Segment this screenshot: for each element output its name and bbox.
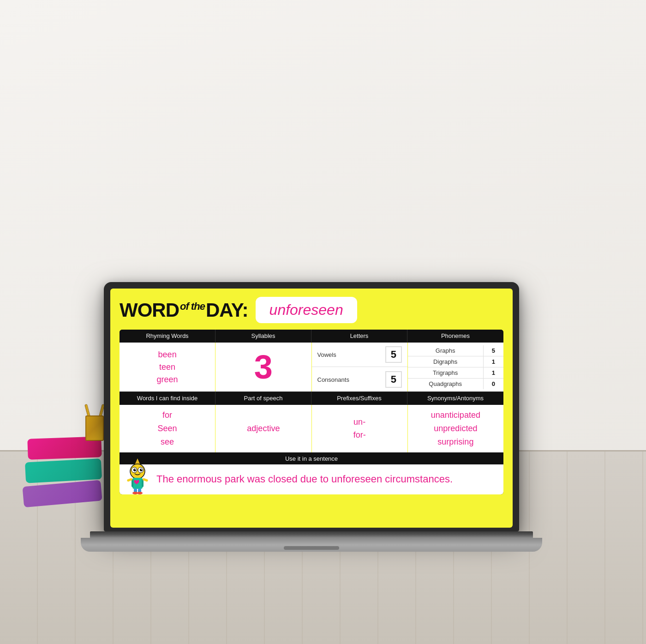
part-of-speech-text: adjective xyxy=(247,422,280,435)
grid-row1-headers: Rhyming Words Syllables Letters Phonemes xyxy=(120,330,503,342)
svg-point-15 xyxy=(137,492,143,494)
wotd-title: WORDof theDAY: xyxy=(120,301,248,320)
grid-row1-content: beenteengreen 3 Vowels xyxy=(120,342,503,391)
phoneme-row-quadgraphs: Quadgraphs 0 xyxy=(408,378,503,389)
header-syllables: Syllables xyxy=(215,330,311,342)
phoneme-digraphs-value: 1 xyxy=(483,356,503,367)
pencil-cases-stack xyxy=(28,438,106,506)
header-part-of-speech: Part of speech xyxy=(215,392,311,404)
sentence-section-header: Use it in a sentence xyxy=(120,453,503,464)
words-inside-text: forSeensee xyxy=(158,409,177,448)
phoneme-trigraphs-value: 1 xyxy=(483,367,503,378)
header-words-inside: Words I can find inside xyxy=(120,392,215,404)
laptop-screen-outer: WORDof theDAY: unforeseen Rhyming Words … xyxy=(104,282,519,531)
sentence-label: Use it in a sentence xyxy=(285,455,338,462)
word-of-day-text: unforeseen xyxy=(269,301,343,318)
binder-clip xyxy=(83,404,106,441)
laptop-screen: WORDof theDAY: unforeseen Rhyming Words … xyxy=(110,289,513,528)
phoneme-graphs-label: Graphs xyxy=(408,345,483,356)
cell-synonyms-antonyms: unanticipatedunpredictedsurprising xyxy=(408,405,503,452)
laptop-hinge xyxy=(90,531,533,538)
phoneme-row-trigraphs: Trigraphs 1 xyxy=(408,367,503,378)
phoneme-quadgraphs-label: Quadgraphs xyxy=(408,378,483,389)
title-day-part: DAY: xyxy=(206,299,248,321)
syllables-number: 3 xyxy=(254,350,273,384)
word-of-day-box: unforeseen xyxy=(256,297,357,323)
letters-breakdown: Vowels 5 Consonants 5 xyxy=(312,343,407,391)
grid-row2-content: forSeensee adjective un-for- xyxy=(120,404,503,452)
phoneme-row-digraphs: Digraphs 1 xyxy=(408,356,503,367)
wotd-header: WORDof theDAY: unforeseen xyxy=(120,297,503,323)
vowels-row: Vowels 5 xyxy=(312,343,407,367)
mascot-character xyxy=(122,457,153,494)
consonants-count: 5 xyxy=(385,371,402,388)
grid-row2-headers: Words I can find inside Part of speech P… xyxy=(120,391,503,404)
synonyms-antonyms-text: unanticipatedunpredictedsurprising xyxy=(431,409,480,448)
cell-rhyming-words: beenteengreen xyxy=(120,343,215,391)
cell-syllables: 3 xyxy=(215,343,311,391)
mascot-svg xyxy=(122,457,153,494)
svg-point-5 xyxy=(133,469,136,471)
header-synonyms-antonyms: Synonyms/Antonyms xyxy=(407,392,503,404)
laptop-base xyxy=(81,538,542,552)
phonemes-table: Graphs 5 Digraphs 1 Trigraphs 1 xyxy=(408,345,503,389)
header-prefixes-suffixes: Prefixes/Suffixes xyxy=(311,392,407,404)
rhyming-words-text: beenteengreen xyxy=(157,349,178,386)
cell-phonemes: Graphs 5 Digraphs 1 Trigraphs 1 xyxy=(408,343,503,391)
header-phonemes: Phonemes xyxy=(407,330,503,342)
binder-clip-body xyxy=(85,415,104,441)
laptop: WORDof theDAY: unforeseen Rhyming Words … xyxy=(104,282,542,552)
svg-point-8 xyxy=(141,469,142,470)
phoneme-row-graphs: Graphs 5 xyxy=(408,345,503,356)
sentence-box: The enormous park was closed due to unfo… xyxy=(120,464,503,494)
consonants-label: Consonants xyxy=(317,376,349,383)
cell-part-of-speech: adjective xyxy=(215,405,311,452)
phoneme-quadgraphs-value: 0 xyxy=(483,378,503,389)
prefixes-suffixes-text: un-for- xyxy=(353,415,366,442)
sentence-text: The enormous park was closed due to unfo… xyxy=(156,472,453,487)
header-rhyming-words: Rhyming Words xyxy=(120,330,215,342)
title-word-part: WORD xyxy=(120,299,179,321)
cell-prefixes-suffixes: un-for- xyxy=(312,405,407,452)
wotd-grid: Rhyming Words Syllables Letters Phonemes… xyxy=(120,330,503,494)
phoneme-digraphs-label: Digraphs xyxy=(408,356,483,367)
vowels-count: 5 xyxy=(385,346,402,363)
vowels-label: Vowels xyxy=(317,351,336,358)
header-letters: Letters xyxy=(311,330,407,342)
consonants-row: Consonants 5 xyxy=(312,367,407,391)
wotd-app: WORDof theDAY: unforeseen Rhyming Words … xyxy=(110,289,513,528)
cell-words-inside: forSeensee xyxy=(120,405,215,452)
cell-letters: Vowels 5 Consonants 5 xyxy=(312,343,407,391)
pencil-case-purple xyxy=(22,480,102,508)
title-of-the: of the xyxy=(180,301,205,312)
pencil-case-teal xyxy=(25,458,102,483)
phoneme-trigraphs-label: Trigraphs xyxy=(408,367,483,378)
phoneme-graphs-value: 5 xyxy=(483,345,503,356)
svg-point-6 xyxy=(140,469,143,471)
svg-point-7 xyxy=(135,469,136,470)
